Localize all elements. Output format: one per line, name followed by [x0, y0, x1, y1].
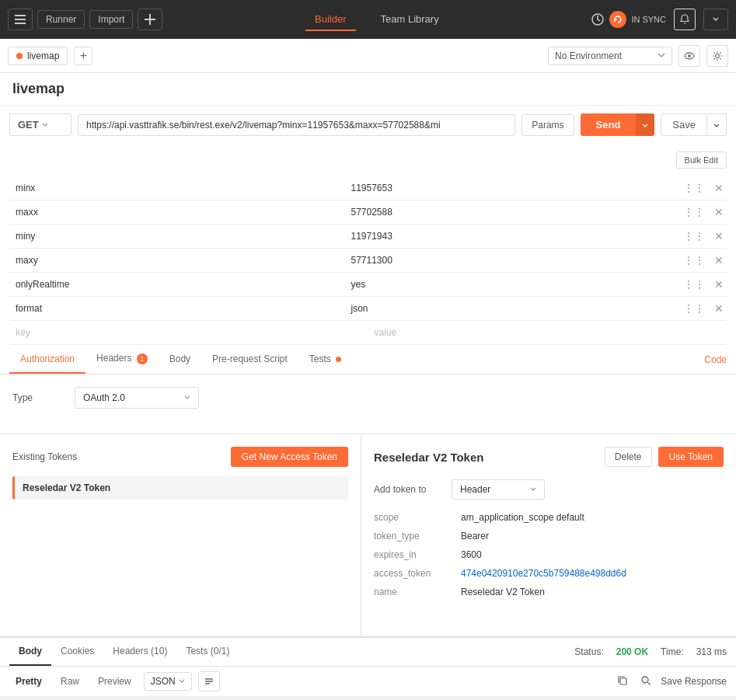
remove-icon[interactable]: ✕: [711, 277, 727, 292]
bottom-tab-cookies[interactable]: Cookies: [51, 638, 103, 666]
type-value: OAuth 2.0: [83, 392, 125, 403]
tab-tests[interactable]: Tests: [298, 346, 352, 374]
use-token-btn[interactable]: Use Token: [658, 447, 724, 467]
field-key-token-type: token_type: [374, 531, 452, 542]
collection-dot: [16, 53, 23, 59]
remove-icon[interactable]: ✕: [711, 204, 727, 220]
chevron-down-btn[interactable]: [703, 9, 728, 30]
token-field-token-type: token_type Bearer: [374, 531, 724, 542]
tests-dot-badge: [336, 357, 341, 362]
sidebar-toggle-btn[interactable]: [8, 9, 33, 30]
bottom-bar: Body Cookies Headers (10) Tests (0/1) St…: [0, 637, 736, 696]
code-link[interactable]: Code: [704, 347, 727, 373]
type-dropdown[interactable]: OAuth 2.0: [75, 387, 199, 409]
reorder-icon[interactable]: ⋮⋮: [680, 228, 708, 244]
param-key[interactable]: miny: [9, 228, 345, 245]
param-val[interactable]: 11971943: [345, 228, 681, 245]
add-token-to-dropdown[interactable]: Header: [452, 479, 545, 500]
format-tab-pretty[interactable]: Pretty: [9, 673, 48, 690]
reorder-icon[interactable]: ⋮⋮: [680, 277, 708, 292]
field-val-token-type: Bearer: [461, 531, 489, 542]
param-val[interactable]: 11957653: [345, 179, 681, 197]
format-tab-preview[interactable]: Preview: [92, 673, 138, 690]
table-row: maxx 57702588 ⋮⋮ ✕: [9, 200, 727, 225]
remove-icon[interactable]: ✕: [711, 180, 727, 196]
field-val-access-token[interactable]: 474e0420910e270c5b759488e498dd6d: [461, 568, 626, 579]
svg-point-7: [688, 54, 691, 57]
send-btn[interactable]: Send: [581, 113, 637, 136]
type-label: Type: [12, 392, 59, 403]
bulk-edit-btn[interactable]: Bulk Edit: [676, 151, 727, 169]
eye-btn[interactable]: [678, 45, 700, 67]
remove-icon[interactable]: ✕: [711, 228, 727, 244]
collection-tab[interactable]: livemap: [8, 47, 68, 65]
delete-token-btn[interactable]: Delete: [605, 447, 652, 467]
format-dropdown[interactable]: JSON: [144, 672, 192, 691]
environment-dropdown[interactable]: No Environment: [548, 47, 672, 65]
bottom-tab-body[interactable]: Body: [9, 638, 51, 666]
reorder-icon[interactable]: ⋮⋮: [680, 252, 708, 268]
table-row: minx 11957653 ⋮⋮ ✕: [9, 176, 727, 200]
send-btn-group: Send: [581, 113, 655, 136]
tab-headers[interactable]: Headers 1: [85, 345, 159, 374]
tab-authorization[interactable]: Authorization: [9, 346, 85, 374]
param-val[interactable]: yes: [345, 276, 681, 293]
save-response-btn[interactable]: Save Response: [661, 676, 727, 687]
token-detail-actions: Delete Use Token: [605, 447, 724, 467]
tab-builder[interactable]: Builder: [305, 9, 355, 31]
add-token-label: Add token to: [374, 484, 444, 495]
token-list-item[interactable]: Reseledar V2 Token: [12, 476, 348, 500]
format-tab-raw[interactable]: Raw: [54, 673, 85, 690]
runner-btn[interactable]: Runner: [37, 10, 85, 29]
tab-body[interactable]: Body: [159, 346, 201, 374]
get-new-access-token-btn[interactable]: Get New Access Token: [231, 447, 348, 467]
token-field-expires-in: expires_in 3600: [374, 549, 724, 560]
notification-btn[interactable]: [674, 9, 696, 30]
reorder-icon[interactable]: ⋮⋮: [680, 204, 708, 220]
url-input[interactable]: [78, 114, 515, 136]
field-key-expires-in: expires_in: [374, 549, 452, 560]
bottom-format-bar: Pretty Raw Preview JSON Save Response: [0, 667, 736, 696]
sync-status: IN SYNC: [591, 11, 666, 28]
param-key[interactable]: format: [9, 300, 345, 317]
bottom-tab-tests[interactable]: Tests (0/1): [176, 638, 239, 666]
token-right-panel: Reseledar V2 Token Delete Use Token Add …: [361, 434, 736, 636]
param-key[interactable]: onlyRealtime: [9, 276, 345, 293]
bottom-tabs: Body Cookies Headers (10) Tests (0/1) St…: [0, 638, 736, 667]
reorder-icon[interactable]: ⋮⋮: [680, 301, 708, 316]
send-dropdown-btn[interactable]: [636, 113, 654, 136]
new-tab-btn[interactable]: [138, 9, 162, 30]
import-btn[interactable]: Import: [89, 10, 133, 29]
param-val[interactable]: 57702588: [345, 204, 681, 221]
param-key[interactable]: maxx: [9, 204, 345, 221]
search-btn[interactable]: [637, 674, 654, 690]
tab-pre-request-script[interactable]: Pre-request Script: [201, 346, 298, 374]
param-key[interactable]: maxy: [9, 252, 345, 269]
format-icon-btn[interactable]: [198, 671, 220, 691]
save-dropdown-btn[interactable]: [707, 113, 727, 136]
param-val[interactable]: json: [345, 300, 681, 317]
method-dropdown[interactable]: GET: [9, 113, 72, 136]
param-val-placeholder[interactable]: value: [368, 324, 727, 341]
remove-icon[interactable]: ✕: [711, 252, 727, 268]
settings-btn[interactable]: [706, 45, 728, 67]
params-btn[interactable]: Params: [521, 114, 574, 136]
bottom-tab-headers[interactable]: Headers (10): [103, 638, 176, 666]
reorder-icon[interactable]: ⋮⋮: [680, 180, 708, 196]
add-tab-btn[interactable]: +: [74, 47, 92, 65]
param-key[interactable]: minx: [9, 179, 345, 197]
time-label: Time:: [661, 646, 684, 657]
save-btn[interactable]: Save: [661, 113, 707, 136]
field-key-scope: scope: [374, 512, 452, 523]
param-actions: ⋮⋮ ✕: [680, 180, 727, 196]
request-title: livemap: [0, 73, 736, 106]
field-val-scope: am_application_scope default: [461, 512, 584, 523]
table-row: key value: [9, 321, 727, 345]
type-row: Type OAuth 2.0: [12, 387, 724, 409]
copy-btn[interactable]: [614, 674, 631, 690]
param-key-placeholder[interactable]: key: [9, 324, 368, 341]
token-detail-header: Reseledar V2 Token Delete Use Token: [374, 447, 724, 467]
remove-icon[interactable]: ✕: [711, 301, 727, 316]
tab-team-library[interactable]: Team Library: [371, 9, 448, 31]
param-val[interactable]: 57711300: [345, 252, 681, 269]
